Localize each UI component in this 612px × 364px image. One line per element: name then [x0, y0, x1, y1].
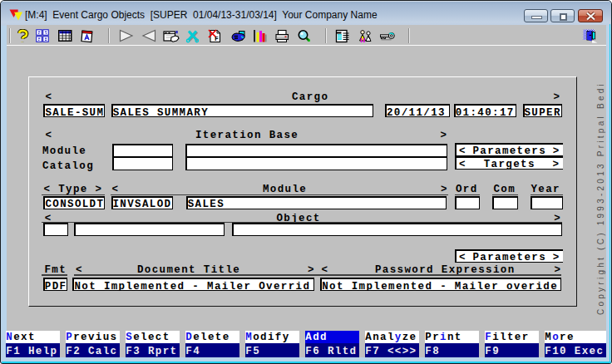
svg-text:F: F [215, 35, 219, 42]
